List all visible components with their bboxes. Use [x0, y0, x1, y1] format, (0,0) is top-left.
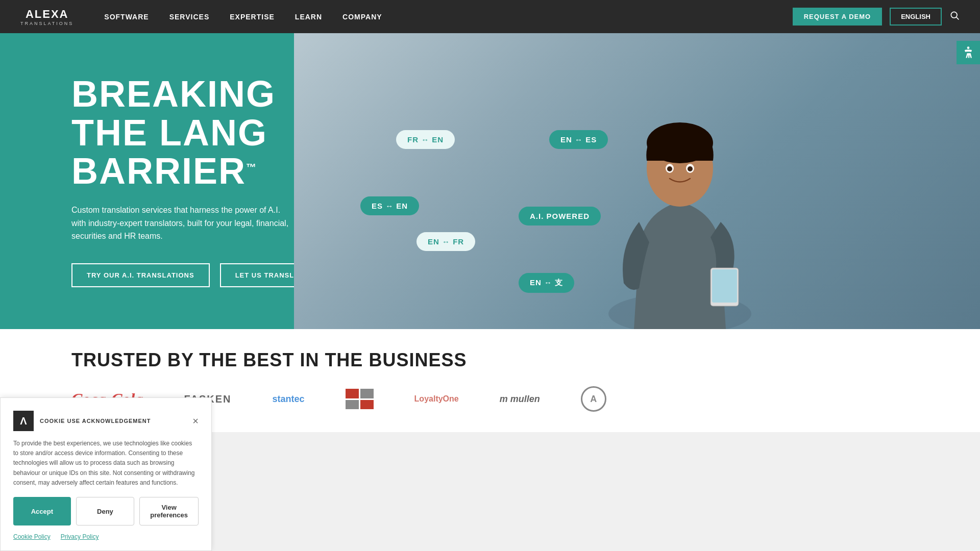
hero-right: FR ↔ EN EN ↔ ES ES ↔ EN A.I. POWERED EN … — [294, 33, 980, 329]
brand-loyalty-one: LoyaltyOne — [414, 394, 459, 404]
nav-services[interactable]: SERVICES — [169, 13, 210, 21]
search-icon — [949, 10, 960, 20]
badge-es-en: ES ↔ EN — [360, 196, 419, 215]
hero-description: Custom translation services that harness… — [71, 204, 291, 243]
cookie-close-button[interactable]: × — [192, 415, 199, 427]
svg-point-0 — [951, 12, 957, 18]
hero-section: BREAKING THE LANG BARRIER™ Custom transl… — [0, 33, 980, 329]
badge-ai-powered: A.I. POWERED — [519, 207, 601, 226]
brand-circle-logo: A — [581, 386, 606, 412]
header-actions: REQUEST A DEMO ENGLISH — [793, 8, 960, 26]
cookie-header: Λ COOKIE USE ACKNOWLEDGEMENT × — [13, 411, 199, 431]
badge-en-es: EN ↔ ES — [549, 130, 608, 149]
logo-text-alexa: ALEXA — [26, 8, 69, 21]
cookie-policy-link[interactable]: Cookie Policy — [13, 533, 51, 540]
badge-en-cjk: EN ↔ 支 — [519, 273, 574, 293]
svg-point-9 — [667, 166, 672, 171]
brand-grid-logo — [346, 389, 374, 409]
accessibility-button[interactable] — [957, 41, 980, 64]
accessibility-icon — [961, 45, 975, 60]
trusted-title: TRUSTED BY THE BEST IN THE BUSINESS — [71, 349, 909, 371]
cookie-view-preferences-button[interactable]: View preferences — [139, 497, 199, 525]
cookie-body-text: To provide the best experiences, we use … — [13, 439, 199, 488]
nav-software[interactable]: SOFTWARE — [104, 13, 149, 21]
cookie-banner: Λ COOKIE USE ACKNOWLEDGEMENT × To provid… — [0, 397, 212, 551]
search-button[interactable] — [949, 10, 960, 23]
cookie-logo: Λ — [13, 411, 34, 431]
privacy-policy-link[interactable]: Privacy Policy — [61, 533, 99, 540]
nav-expertise[interactable]: EXPERTISE — [230, 13, 275, 21]
svg-point-10 — [688, 166, 693, 171]
cookie-deny-button[interactable]: Deny — [76, 497, 135, 525]
language-button[interactable]: ENGLISH — [890, 8, 942, 26]
cookie-buttons: Accept Deny View preferences — [13, 497, 199, 525]
cookie-accept-button[interactable]: Accept — [13, 497, 71, 525]
brand-stantec: stantec — [273, 394, 305, 405]
cookie-title: COOKIE USE ACKNOWLEDGEMENT — [40, 418, 151, 424]
hero-photo: FR ↔ EN EN ↔ ES ES ↔ EN A.I. POWERED EN … — [294, 33, 980, 329]
logo-area[interactable]: ALEXA TRANSLATIONS — [20, 8, 74, 26]
cookie-links: Cookie Policy Privacy Policy — [13, 533, 199, 540]
badge-en-fr: EN ↔ FR — [416, 232, 475, 251]
logo-text-sub: TRANSLATIONS — [20, 21, 74, 26]
svg-line-1 — [957, 17, 959, 20]
hero-person-illustration — [573, 69, 787, 329]
main-nav: SOFTWARE SERVICES EXPERTISE LEARN COMPAN… — [104, 13, 792, 21]
try-ai-button[interactable]: TRY OUR A.I. TRANSLATIONS — [71, 263, 210, 287]
nav-learn[interactable]: LEARN — [295, 13, 322, 21]
badge-fr-en: FR ↔ EN — [396, 130, 455, 149]
nav-company[interactable]: COMPANY — [342, 13, 382, 21]
svg-rect-12 — [712, 269, 737, 303]
request-demo-button[interactable]: REQUEST A DEMO — [793, 8, 883, 26]
svg-point-2 — [967, 46, 970, 49]
logo[interactable]: ALEXA TRANSLATIONS — [20, 8, 74, 26]
main-header: ALEXA TRANSLATIONS SOFTWARE SERVICES EXP… — [0, 0, 980, 33]
brand-mullen: m mullen — [500, 394, 540, 405]
